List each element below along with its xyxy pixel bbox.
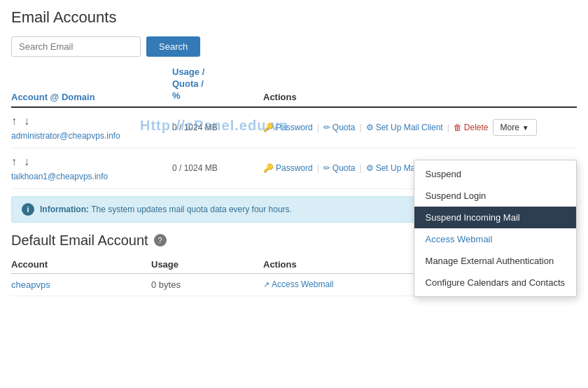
info-icon: i <box>22 203 34 216</box>
dropdown-item-configure-cal[interactable]: Configure Calendars and Contacts <box>414 272 576 293</box>
key-icon-2: 🔑 <box>263 163 274 173</box>
info-text: Information: The system updates mail quo… <box>40 205 292 214</box>
help-icon[interactable]: ? <box>154 234 167 247</box>
account-icons-2: ↑ ↓ <box>11 155 172 168</box>
external-link-icon: ↗ <box>263 280 270 289</box>
gear-icon-1: ⚙ <box>366 123 374 132</box>
email-row-1: ↑ ↓ administrator@cheapvps.info 0 / 1024… <box>11 108 577 148</box>
account-email-1: administrator@cheapvps.info <box>11 131 172 141</box>
pencil-icon-1: ✏ <box>323 123 330 132</box>
pencil-icon-2: ✏ <box>323 163 330 173</box>
col-usage-header: Usage /Quota /% <box>172 67 263 102</box>
def-col-account-header: Account <box>11 259 151 270</box>
usage-cell-1: 0 / 1024 MB <box>172 123 263 132</box>
account-icons-1: ↑ ↓ <box>11 115 172 127</box>
setup-mail-link-1[interactable]: ⚙ Set Up Mail Client <box>366 123 443 132</box>
def-col-usage-header: Usage <box>151 259 263 270</box>
dropdown-item-suspend-login[interactable]: Suspend Login <box>414 185 576 207</box>
dropdown-item-access-webmail[interactable]: Access Webmail <box>414 228 576 250</box>
actions-cell-1: 🔑 Password | ✏ Quota | ⚙ Set Up Mail Cli… <box>263 119 577 136</box>
search-row: Search <box>11 36 577 57</box>
usage-cell-2: 0 / 1024 MB <box>172 163 263 173</box>
delete-link-1[interactable]: 🗑 Delete <box>454 123 489 132</box>
trash-icon-1: 🗑 <box>454 123 462 132</box>
actions-cell-2: 🔑 Password | ✏ Quota | ⚙ Set Up Mail Cli… <box>263 160 577 176</box>
table-header: Account @ Domain Usage /Quota /% Actions <box>11 64 577 108</box>
default-account-val: cheapvps <box>11 279 151 290</box>
dropdown-item-suspend[interactable]: Suspend <box>414 163 576 185</box>
account-email-2: taikhoan1@cheapvps.info <box>11 172 172 181</box>
key-icon-1: 🔑 <box>263 123 274 132</box>
more-button-1[interactable]: More ▼ <box>493 119 537 136</box>
default-usage-val: 0 bytes <box>151 279 263 290</box>
page-title: Email Accounts <box>11 8 577 27</box>
col-account-header: Account @ Domain <box>11 92 172 102</box>
download-icon-1: ↓ <box>24 115 29 127</box>
dropdown-item-manage-auth[interactable]: Manage External Authentication <box>414 250 576 272</box>
chevron-down-icon-1: ▼ <box>522 124 529 132</box>
quota-link-1[interactable]: ✏ Quota <box>323 123 356 132</box>
gear-icon-2: ⚙ <box>366 163 374 173</box>
account-cell-1: ↑ ↓ administrator@cheapvps.info <box>11 115 172 141</box>
dropdown-item-suspend-incoming[interactable]: Suspend Incoming Mail <box>414 207 576 228</box>
upload-icon-2: ↑ <box>11 155 17 168</box>
more-dropdown: Suspend Suspend Login Suspend Incoming M… <box>414 160 577 297</box>
search-input[interactable] <box>11 36 141 57</box>
download-icon-2: ↓ <box>24 155 29 168</box>
password-link-1[interactable]: 🔑 Password <box>263 123 313 132</box>
password-link-2[interactable]: 🔑 Password <box>263 163 313 173</box>
search-button[interactable]: Search <box>146 36 200 57</box>
email-row-2: ↑ ↓ taikhoan1@cheapvps.info 0 / 1024 MB … <box>11 148 577 189</box>
account-cell-2: ↑ ↓ taikhoan1@cheapvps.info <box>11 155 172 181</box>
quota-link-2[interactable]: ✏ Quota <box>323 163 356 173</box>
col-actions-header: Actions <box>263 92 577 102</box>
upload-icon-1: ↑ <box>11 115 17 127</box>
